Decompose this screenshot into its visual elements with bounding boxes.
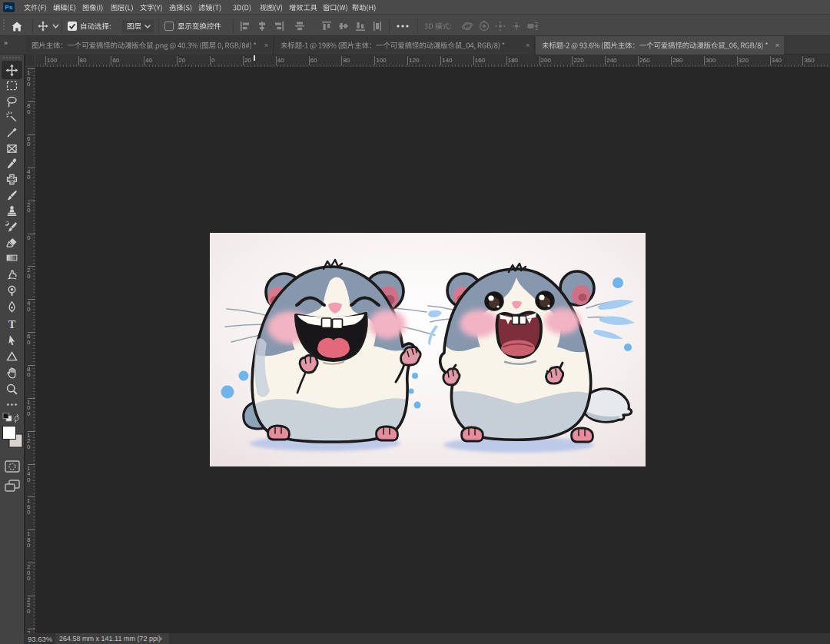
svg-text:T: T xyxy=(8,317,16,330)
